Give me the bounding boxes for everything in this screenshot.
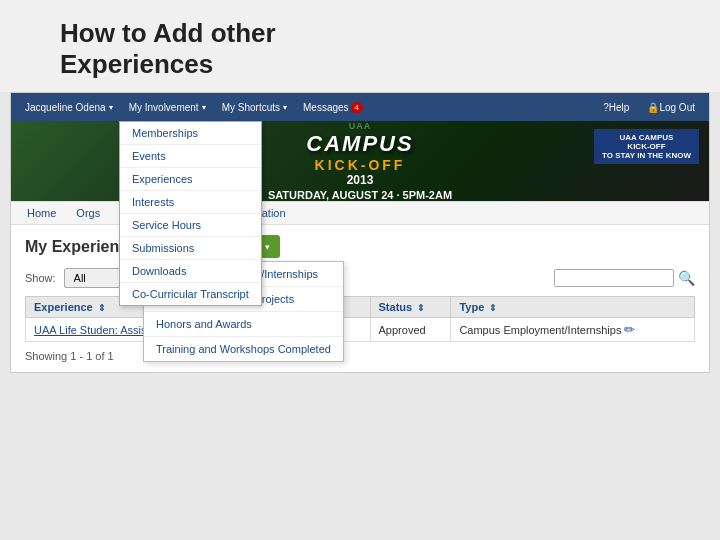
banner-kickoff-label: KICK-OFF <box>268 157 452 173</box>
menu-item-submissions[interactable]: Submissions <box>120 237 261 260</box>
banner-year: 2013 <box>268 173 452 187</box>
search-right: 🔍 <box>554 269 695 287</box>
col-type[interactable]: Type ⇕ <box>451 297 695 318</box>
banner-uaa-label: UAA <box>268 121 452 131</box>
logout-icon: 🔒 <box>647 102 659 113</box>
nav-right: ? Help 🔒 Log Out <box>595 93 703 121</box>
banner-area: UAA CAMPUS KICK-OFF 2013 SATURDAY, AUGUS… <box>11 121 709 201</box>
logout-label: Log Out <box>659 102 695 113</box>
help-link[interactable]: ? Help <box>595 93 637 121</box>
secondary-nav: Home Orgs Campus Links ▾ Administration <box>11 201 709 225</box>
menu-item-cocurricular[interactable]: Co-Curricular Transcript <box>120 283 261 305</box>
menu-item-events[interactable]: Events <box>120 145 261 168</box>
showing-text: Showing 1 - 1 of 1 <box>25 350 695 362</box>
nav-bar: Jacqueline Odena ▾ My Involvement ▾ My S… <box>11 93 709 121</box>
sec-nav-orgs[interactable]: Orgs <box>66 201 110 225</box>
experience-sort-icon: ⇕ <box>98 303 106 313</box>
menu-item-downloads[interactable]: Downloads <box>120 260 261 283</box>
user-arrow-icon: ▾ <box>109 103 113 112</box>
status-sort-icon: ⇕ <box>417 303 425 313</box>
messages-label: Messages <box>303 102 349 113</box>
exp-item-honors-awards[interactable]: Honors and Awards <box>144 312 343 337</box>
shortcuts-arrow-icon: ▾ <box>283 103 287 112</box>
sec-nav-home[interactable]: Home <box>17 201 66 225</box>
exp-item-training-workshops[interactable]: Training and Workshops Completed <box>144 337 343 361</box>
menu-item-experiences[interactable]: Experiences <box>120 168 261 191</box>
user-name-label: Jacqueline Odena <box>25 102 106 113</box>
my-involvement-menu[interactable]: My Involvement ▾ <box>121 93 214 121</box>
logout-link[interactable]: 🔒 Log Out <box>639 93 703 121</box>
help-label: Help <box>609 102 630 113</box>
type-sort-icon: ⇕ <box>489 303 497 313</box>
page-title: How to Add other Experiences <box>60 18 690 80</box>
my-involvement-label: My Involvement <box>129 102 199 113</box>
involvement-dropdown: Memberships Events Experiences Interests… <box>119 121 262 306</box>
banner-social: UAA CAMPUS KICK-OFF TO STAY IN THE KNOW <box>594 129 699 164</box>
involvement-arrow-icon: ▾ <box>202 103 206 112</box>
col-status[interactable]: Status ⇕ <box>370 297 451 318</box>
menu-item-interests[interactable]: Interests <box>120 191 261 214</box>
menu-item-service-hours[interactable]: Service Hours <box>120 214 261 237</box>
user-menu[interactable]: Jacqueline Odena ▾ <box>17 93 121 121</box>
menu-item-memberships[interactable]: Memberships <box>120 122 261 145</box>
screenshot-container: Jacqueline Odena ▾ My Involvement ▾ My S… <box>10 92 710 373</box>
edit-icon[interactable]: ✏ <box>624 322 635 337</box>
main-content: My Experiences ✚ Add Experience ▾ Campus… <box>11 225 709 372</box>
table-row: UAA Life Studen: Assistant 6/19/2013 6:5… <box>26 318 695 342</box>
show-label: Show: <box>25 272 56 284</box>
cell-type: Campus Employment/Internships ✏ <box>451 318 695 342</box>
my-shortcuts-menu[interactable]: My Shortcuts ▾ <box>214 93 295 121</box>
shortcuts-label: My Shortcuts <box>222 102 280 113</box>
search-button[interactable]: 🔍 <box>678 270 695 286</box>
banner-date: SATURDAY, AUGUST 24 · 5PM-2AM <box>268 189 452 201</box>
nav-items: Jacqueline Odena ▾ My Involvement ▾ My S… <box>17 93 371 121</box>
cell-status: Approved <box>370 318 451 342</box>
add-chevron-icon: ▾ <box>265 242 270 252</box>
search-input[interactable] <box>554 269 674 287</box>
banner-content: UAA CAMPUS KICK-OFF 2013 SATURDAY, AUGUS… <box>268 121 452 201</box>
search-icon: 🔍 <box>678 270 695 286</box>
banner-campus-label: CAMPUS <box>268 131 452 157</box>
title-area: How to Add other Experiences <box>0 0 720 92</box>
messages-badge: 4 <box>351 102 363 113</box>
messages-menu[interactable]: Messages 4 <box>295 93 371 121</box>
